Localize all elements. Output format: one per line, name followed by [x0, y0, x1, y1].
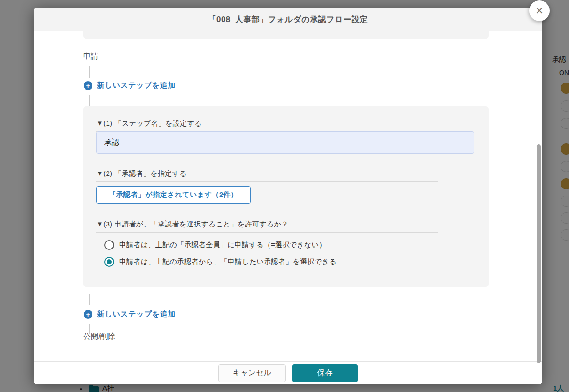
- modal-scrollbar[interactable]: [537, 144, 541, 363]
- flow-connector: [89, 95, 90, 106]
- section-step-name-title: ▼(1) 「ステップ名」を設定する: [96, 119, 438, 132]
- cancel-button[interactable]: キャンセル: [218, 364, 286, 382]
- add-step-label: 新しいステップを追加: [97, 309, 176, 319]
- add-step-button-bottom[interactable]: + 新しいステップを追加: [84, 309, 176, 319]
- radio-icon: [104, 257, 114, 267]
- flow-end-label: 公開/削除: [83, 332, 115, 342]
- approval-flow-modal: 「008_人事部」フォルダの承認フロー設定 申請 + 新しいステップを追加 ▼(…: [34, 8, 542, 384]
- modal-footer: キャンセル 保存: [34, 361, 542, 384]
- add-step-label: 新しいステップを追加: [97, 81, 176, 90]
- save-button[interactable]: 保存: [292, 364, 358, 382]
- screen: 承認 ON • A社 1人 「008_人事部」フォルダの承認フロー設定 申請 +…: [0, 0, 569, 392]
- plus-icon: +: [84, 81, 92, 90]
- section-approvers-title: ▼(2) 「承認者」を指定する: [96, 169, 438, 182]
- add-step-button-top[interactable]: + 新しいステップを追加: [84, 81, 176, 90]
- flow-connector: [89, 294, 90, 305]
- radio-label: 申請者は、上記の承認者から、「申請したい承認者」を選択できる: [119, 257, 337, 266]
- approvers-assigned-button[interactable]: 「承認者」が指定されています（2件）: [96, 186, 251, 204]
- flow-start-label: 申請: [83, 52, 98, 61]
- step-settings-card: ▼(1) 「ステップ名」を設定する ▼(2) 「承認者」を指定する 「承認者」が…: [83, 106, 489, 287]
- radio-option-apply-to-all[interactable]: 申請者は、上記の「承認者全員」に申請する（=選択できない）: [104, 240, 326, 250]
- modal-title: 「008_人事部」フォルダの承認フロー設定: [208, 14, 368, 25]
- radio-icon: [104, 240, 114, 250]
- step-name-input[interactable]: [96, 131, 474, 154]
- radio-label: 申請者は、上記の「承認者全員」に申請する（=選択できない）: [119, 241, 326, 249]
- section-permission-title: ▼(3) 申請者が、「承認者を選択すること」を許可するか？: [96, 220, 438, 233]
- modal-header: 「008_人事部」フォルダの承認フロー設定: [34, 8, 542, 31]
- scrolled-card-remnant: [83, 31, 489, 39]
- flow-connector: [89, 66, 90, 78]
- plus-icon: +: [84, 310, 92, 319]
- radio-option-select-approver[interactable]: 申請者は、上記の承認者から、「申請したい承認者」を選択できる: [104, 257, 337, 267]
- close-icon[interactable]: ✕: [529, 0, 550, 21]
